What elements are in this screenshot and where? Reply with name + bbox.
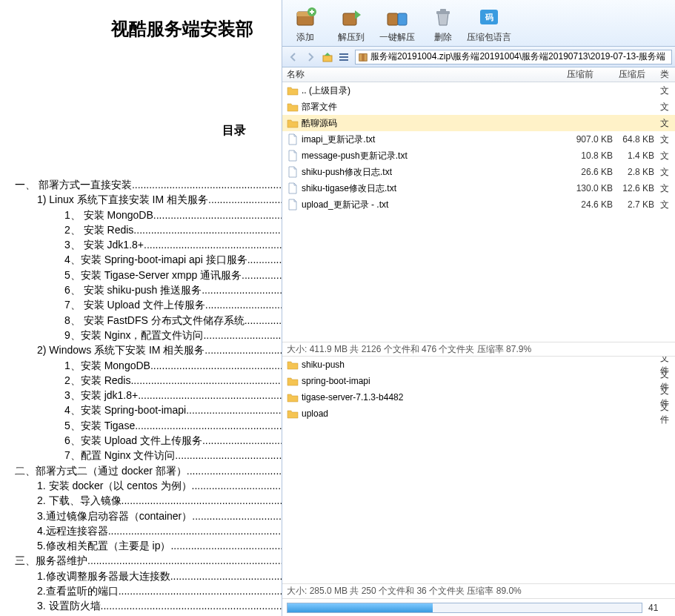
toolbar: 添加 解压到 一键解压 删除 码 压缩包语言 xyxy=(282,0,675,47)
archive-icon xyxy=(358,52,368,62)
file-name: tigase-server-7.1.3-b4482 xyxy=(302,392,403,403)
col-before[interactable]: 压缩前 xyxy=(567,67,619,82)
file-row[interactable]: 部署文件文 xyxy=(282,99,675,115)
file-type: 文 xyxy=(660,182,675,195)
size-after: 1.4 KB xyxy=(619,150,660,161)
size-before: 130.0 KB xyxy=(567,183,619,193)
file-type: 文 xyxy=(660,85,675,97)
svg-rect-12 xyxy=(339,56,348,58)
code-icon: 码 xyxy=(476,4,502,30)
archive-language-button[interactable]: 码 压缩包语言 xyxy=(466,2,512,44)
file-row[interactable]: 酷聊源码文 xyxy=(282,115,675,131)
file-type: 文 xyxy=(660,150,675,162)
svg-text:码: 码 xyxy=(485,13,493,21)
size-before: 907.0 KB xyxy=(567,134,619,145)
progress-area: 41 xyxy=(282,598,675,616)
file-name: shiku-push xyxy=(302,360,345,370)
delete-icon xyxy=(430,4,456,30)
file-type: 文 xyxy=(660,166,675,179)
extract-icon xyxy=(339,4,364,30)
address-bar[interactable]: 服务端20191004.zip\服务端20191004\服务端20190713\… xyxy=(355,50,672,64)
svg-rect-5 xyxy=(398,13,407,25)
nav-forward-button[interactable] xyxy=(302,50,319,64)
nav-up-button[interactable] xyxy=(319,50,336,64)
col-after[interactable]: 压缩后 xyxy=(619,67,660,82)
address-text: 服务端20191004.zip\服务端20191004\服务端20190713\… xyxy=(370,50,665,63)
file-type: 文 xyxy=(660,133,675,146)
file-row[interactable]: upload_更新记录 - .txt24.6 KB2.7 KB文 xyxy=(282,196,675,213)
file-name: message-push更新记录.txt xyxy=(302,150,408,162)
col-type[interactable]: 类 xyxy=(660,67,675,82)
file-row[interactable]: .. (上级目录)文 xyxy=(282,82,675,99)
delete-button[interactable]: 删除 xyxy=(420,2,466,44)
file-name: .. (上级目录) xyxy=(302,85,350,97)
upper-file-pane: 名称 压缩前 压缩后 类 .. (上级目录)文部署文件文酷聊源码文imapi_更… xyxy=(282,67,675,342)
svg-rect-3 xyxy=(343,13,356,25)
file-name: imapi_更新记录.txt xyxy=(302,133,375,146)
view-list-button[interactable] xyxy=(336,50,352,64)
file-row[interactable]: imapi_更新记录.txt907.0 KB64.8 KB文 xyxy=(282,131,675,148)
progress-bar xyxy=(287,603,642,613)
file-name: shiku-push修改日志.txt xyxy=(302,166,392,179)
size-after: 2.7 KB xyxy=(619,199,660,210)
svg-rect-10 xyxy=(323,56,332,62)
svg-rect-13 xyxy=(339,59,348,61)
one-click-icon xyxy=(385,4,410,30)
archive-window: 添加 解压到 一键解压 删除 码 压缩包语言 xyxy=(282,0,675,616)
file-row[interactable]: tigase-server-7.1.3-b4482文件 xyxy=(282,389,675,405)
upper-status-bar: 大小: 411.9 MB 共 2126 个文件和 476 个文件夹 压缩率 87… xyxy=(282,342,675,357)
svg-rect-15 xyxy=(362,53,365,61)
lower-status-bar: 大小: 285.0 MB 共 250 个文件和 36 个文件夹 压缩率 89.0… xyxy=(282,583,675,598)
file-name: 部署文件 xyxy=(302,101,337,113)
file-name: shiku-tigase修改日志.txt xyxy=(302,182,396,195)
file-name: 酷聊源码 xyxy=(302,117,337,130)
file-row[interactable]: shiku-push文件 xyxy=(282,357,675,373)
size-before: 10.8 KB xyxy=(567,150,619,161)
size-after: 64.8 KB xyxy=(619,134,660,145)
file-type: 文 xyxy=(660,117,675,130)
size-after: 12.6 KB xyxy=(619,183,660,193)
add-button[interactable]: 添加 xyxy=(282,2,328,44)
svg-rect-7 xyxy=(440,9,446,12)
size-before: 26.6 KB xyxy=(567,167,619,177)
progress-fill xyxy=(287,603,433,612)
size-before: 24.6 KB xyxy=(567,199,619,210)
extract-to-button[interactable]: 解压到 xyxy=(328,2,374,44)
file-name: upload xyxy=(302,408,328,419)
file-row[interactable]: shiku-push修改日志.txt26.6 KB2.8 KB文 xyxy=(282,164,675,180)
file-type: 文 xyxy=(660,101,675,113)
add-icon xyxy=(293,4,318,30)
size-after: 2.8 KB xyxy=(619,167,660,177)
lower-file-pane: shiku-push文件spring-boot-imapi文件tigase-se… xyxy=(282,357,675,583)
file-type: 文 xyxy=(660,199,675,211)
lower-file-list[interactable]: shiku-push文件spring-boot-imapi文件tigase-se… xyxy=(282,357,675,583)
navigation-bar: 服务端20191004.zip\服务端20191004\服务端20190713\… xyxy=(282,47,675,67)
svg-rect-4 xyxy=(388,13,398,25)
file-row[interactable]: spring-boot-imapi文件 xyxy=(282,373,675,389)
file-type: 文件 xyxy=(660,401,675,426)
file-name: spring-boot-imapi xyxy=(302,376,370,386)
nav-back-button[interactable] xyxy=(285,50,302,64)
upper-column-header[interactable]: 名称 压缩前 压缩后 类 xyxy=(282,67,675,82)
col-name[interactable]: 名称 xyxy=(282,67,567,82)
svg-rect-11 xyxy=(339,53,348,55)
file-name: upload_更新记录 - .txt xyxy=(302,199,388,211)
file-row[interactable]: upload文件 xyxy=(282,405,675,422)
file-row[interactable]: message-push更新记录.txt10.8 KB1.4 KB文 xyxy=(282,148,675,164)
upper-file-list[interactable]: .. (上级目录)文部署文件文酷聊源码文imapi_更新记录.txt907.0 … xyxy=(282,82,675,342)
file-row[interactable]: shiku-tigase修改日志.txt130.0 KB12.6 KB文 xyxy=(282,180,675,196)
progress-text: 41 xyxy=(648,603,671,613)
one-click-extract-button[interactable]: 一键解压 xyxy=(374,2,420,44)
